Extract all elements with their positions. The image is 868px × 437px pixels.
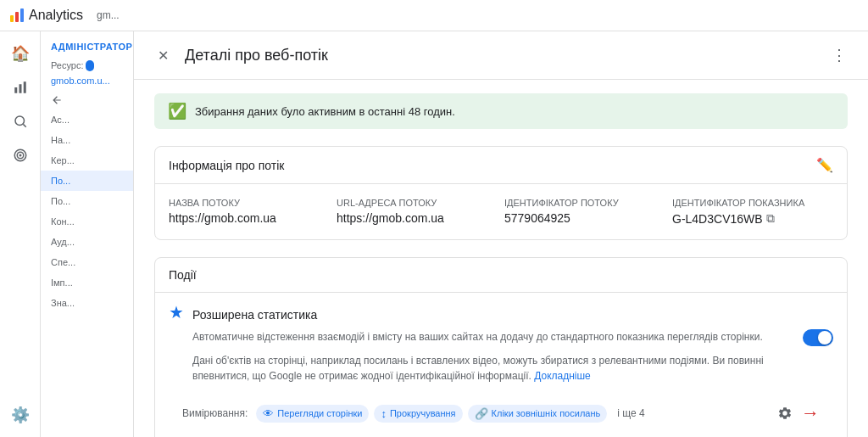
- field-value-url: https://gmob.com.ua: [337, 211, 498, 225]
- pageview-icon: 👁: [263, 407, 274, 420]
- measurement-chip-pageview: 👁 Перегляди сторінки: [256, 405, 369, 423]
- measurement-chip-outbound: 🔗 Кліки зовнішніх посилань: [468, 405, 608, 423]
- success-banner: ✅ Збирання даних було активним в останні…: [154, 93, 848, 129]
- toggle-text-area: Автоматичне відстеження взаємодій і вміс…: [169, 329, 793, 392]
- top-bar: Analytics gm...: [0, 0, 868, 31]
- red-arrow-indicator: →: [801, 402, 820, 424]
- toggle-desc: Дані об'єктів на сторінці, наприклад пос…: [169, 353, 793, 384]
- sidebar-item-ac[interactable]: Ac...: [41, 109, 133, 130]
- measurements-gear-button[interactable]: [772, 401, 798, 426]
- main-content: ✕ Деталі про веб-потік ⋮ ✅ Збирання дани…: [134, 31, 868, 437]
- chart-icon[interactable]: [5, 72, 36, 103]
- panel-title: Деталі про веб-потік: [185, 47, 817, 64]
- field-measurement-id: ІДЕНТИФІКАТОР ПОКАЗНИКА G-L4D3CV16WB ⧉: [672, 198, 833, 226]
- back-button[interactable]: [41, 91, 133, 109]
- secondary-sidebar: АДМІНІСТРАТОР Ресурс: gmob.com.u... Ac..…: [41, 31, 134, 437]
- resource-label: Ресурс:: [41, 59, 133, 76]
- measurements-label: Вимірювання:: [182, 407, 248, 419]
- info-section-header: Інформація про потік ✏️: [155, 147, 847, 184]
- resource-chip: [86, 60, 94, 71]
- copy-icon[interactable]: ⧉: [766, 211, 775, 226]
- events-section: Події Розширена статистика Автоматичне в…: [154, 257, 848, 437]
- enhanced-stats-desc: Автоматичне відстеження взаємодій і вміс…: [169, 329, 793, 345]
- field-label-url: URL-АДРЕСА ПОТОКУ: [337, 198, 498, 208]
- svg-rect-1: [19, 84, 21, 93]
- target-icon[interactable]: [5, 140, 36, 171]
- enhanced-stats-toggle[interactable]: [803, 329, 833, 346]
- logo-icon: [10, 8, 24, 22]
- measurement-chip-scroll: ↕ Прокручування: [374, 405, 462, 423]
- enhanced-stats-header: Розширена статистика: [169, 305, 833, 324]
- info-section: Інформація про потік ✏️ НАЗВА ПОТОКУ htt…: [154, 146, 848, 240]
- info-section-title: Інформація про потік: [169, 159, 284, 172]
- sidebar-item-na[interactable]: На...: [41, 130, 133, 150]
- field-stream-name: НАЗВА ПОТОКУ https://gmob.com.ua: [169, 198, 330, 226]
- success-icon: ✅: [168, 102, 186, 120]
- measurements-row: Вимірювання: 👁 Перегляди сторінки ↕ Прок…: [169, 392, 833, 437]
- toggle-container: Автоматичне відстеження взаємодій і вміс…: [169, 329, 833, 392]
- enhanced-stats-icon: [169, 305, 184, 324]
- app-title: Analytics: [29, 8, 83, 23]
- events-section-title: Події: [155, 258, 847, 293]
- field-label-stream-id: ІДЕНТИФІКАТОР ПОТОКУ: [504, 198, 665, 208]
- field-stream-id: ІДЕНТИФІКАТОР ПОТОКУ 5779064925: [504, 198, 665, 226]
- svg-point-3: [15, 116, 25, 126]
- panel: ✕ Деталі про веб-потік ⋮ ✅ Збирання дани…: [134, 31, 868, 437]
- field-label-stream-name: НАЗВА ПОТОКУ: [169, 198, 330, 208]
- logo: Analytics: [10, 8, 83, 23]
- field-value-measurement-id: G-L4D3CV16WB ⧉: [672, 211, 833, 226]
- sidebar-item-zna[interactable]: Зна...: [41, 293, 133, 313]
- success-message: Збирання даних було активним в останні 4…: [195, 105, 455, 118]
- sidebar-item-kon[interactable]: Кон...: [41, 211, 133, 232]
- enhanced-stats-card: Розширена статистика Автоматичне відстеж…: [155, 293, 847, 437]
- field-value-stream-id: 5779064925: [504, 211, 665, 225]
- sidebar-bottom: ⚙️: [5, 400, 36, 437]
- left-sidebar: 🏠 ⚙️: [0, 31, 41, 437]
- scroll-icon: ↕: [381, 407, 387, 420]
- field-value-stream-name: https://gmob.com.ua: [169, 211, 330, 225]
- account-label: gm...: [97, 9, 120, 21]
- field-url: URL-АДРЕСА ПОТОКУ https://gmob.com.ua: [337, 198, 498, 226]
- sidebar-item-imp[interactable]: Імп...: [41, 272, 133, 293]
- svg-rect-0: [14, 87, 17, 93]
- info-grid: НАЗВА ПОТОКУ https://gmob.com.ua URL-АДР…: [155, 184, 847, 239]
- sidebar-item-ker[interactable]: Кер...: [41, 150, 133, 171]
- gear-area: →: [772, 401, 820, 426]
- enhanced-stats-title: Розширена статистика: [192, 308, 317, 322]
- sidebar-item-aud[interactable]: Ауд...: [41, 232, 133, 252]
- svg-point-7: [19, 154, 21, 156]
- edit-icon[interactable]: ✏️: [816, 157, 833, 173]
- panel-more-button[interactable]: ⋮: [827, 43, 851, 67]
- admin-header: АДМІНІСТРАТОР: [41, 42, 133, 59]
- panel-body: ✅ Збирання даних було активним в останні…: [134, 80, 868, 437]
- search-icon[interactable]: [5, 106, 36, 137]
- sidebar-item-po[interactable]: По...: [41, 171, 133, 191]
- settings-icon[interactable]: ⚙️: [5, 400, 36, 430]
- field-label-measurement-id: ІДЕНТИФІКАТОР ПОКАЗНИКА: [672, 198, 833, 208]
- more-chips-label: і ще 4: [612, 405, 649, 422]
- sidebar-item-spe[interactable]: Спе...: [41, 252, 133, 272]
- panel-header: ✕ Деталі про веб-потік ⋮: [134, 31, 868, 80]
- panel-close-button[interactable]: ✕: [151, 43, 175, 67]
- link-icon: 🔗: [475, 407, 488, 420]
- home-icon[interactable]: 🏠: [5, 38, 36, 69]
- sidebar-item-po2[interactable]: По...: [41, 191, 133, 211]
- svg-line-4: [23, 124, 25, 126]
- toggle-link[interactable]: Докладніше: [534, 370, 591, 382]
- resource-url: gmob.com.u...: [41, 76, 133, 91]
- svg-rect-2: [23, 81, 25, 93]
